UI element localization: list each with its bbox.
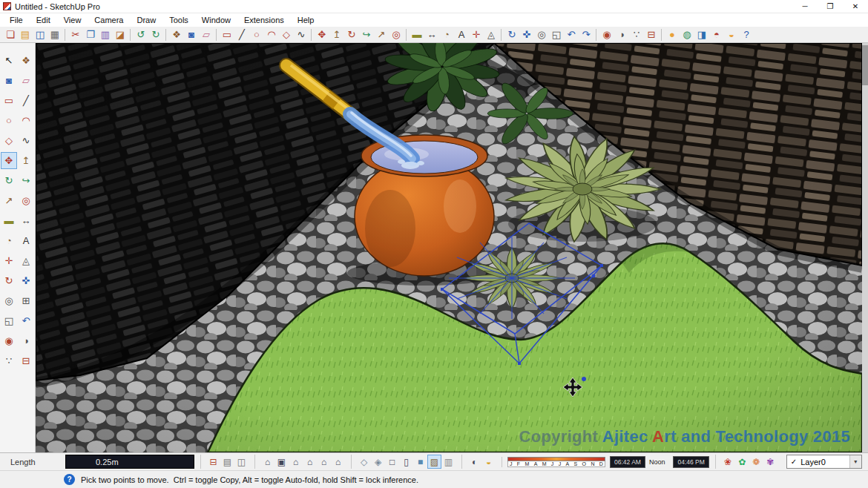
push-pull-icon[interactable]: ↥ [329, 27, 344, 42]
axes-icon[interactable]: ✛ [469, 27, 484, 42]
display-section-cuts-icon[interactable]: ◫ [234, 455, 249, 469]
rotate-icon[interactable]: ↻ [344, 27, 359, 42]
section-plane-icon[interactable]: ⊟ [206, 455, 220, 469]
shaded-with-textures-icon[interactable]: ▨ [427, 455, 441, 469]
chevron-down-icon[interactable]: ▾ [849, 455, 861, 468]
plant-component-orange-icon[interactable]: ❁ [749, 455, 763, 469]
rectangle-icon[interactable]: ▭ [220, 27, 234, 42]
section-plane-icon[interactable]: ⊟ [644, 27, 659, 42]
status-help-icon[interactable]: ? [64, 474, 75, 485]
iso-view-icon[interactable]: ⌂ [260, 455, 274, 469]
maximize-button[interactable]: ❐ [818, 0, 843, 13]
paint-bucket-tool[interactable]: ◙ [1, 72, 17, 89]
polygon-icon[interactable]: ◇ [279, 27, 294, 42]
zoom-extents-icon[interactable]: ◱ [549, 27, 564, 42]
shadow-settings-icon[interactable]: ◐ [467, 455, 481, 469]
offset-icon[interactable]: ◎ [389, 27, 404, 42]
arc-tool[interactable]: ◠ [18, 112, 34, 129]
tools-menu[interactable]: Tools [162, 16, 195, 24]
instructor-icon[interactable]: ? [739, 27, 754, 42]
right-view-icon[interactable]: ⌂ [303, 455, 317, 469]
hidden-line-icon[interactable]: ▯ [399, 455, 413, 469]
edit-menu[interactable]: Edit [30, 16, 57, 24]
freehand-tool[interactable]: ∿ [18, 132, 34, 149]
shaded-icon[interactable]: ■ [413, 455, 427, 469]
help-menu[interactable]: Help [291, 16, 321, 24]
print-icon[interactable]: ▦ [47, 27, 62, 42]
push-pull-tool[interactable]: ↥ [18, 152, 34, 169]
camera-menu[interactable]: Camera [88, 16, 130, 24]
erase-icon[interactable]: ◪ [113, 27, 128, 42]
eraser-tool[interactable]: ▱ [18, 72, 34, 89]
photo-textures-icon[interactable]: ◨ [694, 27, 709, 42]
add-location-icon[interactable]: ● [665, 27, 680, 42]
polygon-tool[interactable]: ◇ [1, 132, 17, 149]
display-section-planes-icon[interactable]: ▤ [220, 455, 234, 469]
line-tool[interactable]: ╱ [18, 92, 34, 109]
section-plane-tool[interactable]: ⊟ [18, 352, 34, 369]
draw-menu[interactable]: Draw [130, 16, 162, 24]
dimension-icon[interactable]: ↔ [424, 27, 439, 42]
circle-tool[interactable]: ○ [1, 112, 17, 129]
walk-tool[interactable]: ∵ [1, 352, 17, 369]
look-around-tool[interactable]: ◑ [18, 332, 34, 349]
file-menu[interactable]: File [3, 16, 30, 24]
freehand-icon[interactable]: ∿ [294, 27, 309, 42]
paint-bucket-icon[interactable]: ◙ [184, 27, 199, 42]
drawing-viewport[interactable]: Copyright Ajitec Art and Technology 2015 [36, 43, 862, 452]
plant-component-purple-icon[interactable]: ✾ [763, 455, 777, 469]
extension-warehouse-icon[interactable]: ◓ [709, 27, 724, 42]
select-tool[interactable]: ↖ [1, 52, 17, 69]
undo-icon[interactable]: ↺ [134, 27, 148, 42]
toggle-terrain-icon[interactable]: ◍ [680, 27, 694, 42]
shadow-date-slider[interactable]: JFMAMJJASOND [502, 457, 605, 467]
new-icon[interactable]: ❏ [3, 27, 18, 42]
pan-tool[interactable]: ✜ [18, 272, 34, 289]
pan-icon[interactable]: ✜ [519, 27, 534, 42]
minimize-button[interactable]: ─ [792, 0, 818, 13]
close-button[interactable]: ✕ [843, 0, 868, 13]
zoom-icon[interactable]: ◎ [534, 27, 549, 42]
position-camera-tool[interactable]: ◉ [1, 332, 17, 349]
extensions-menu[interactable]: Extensions [237, 16, 291, 24]
paste-icon[interactable]: ▥ [98, 27, 113, 42]
line-icon[interactable]: ╱ [234, 27, 249, 42]
arc-icon[interactable]: ◠ [264, 27, 279, 42]
look-around-icon[interactable]: ◑ [614, 27, 629, 42]
measurement-value-box[interactable]: 0.25m [65, 455, 194, 469]
next-view-icon[interactable]: ↷ [579, 27, 594, 42]
previous-tool[interactable]: ↶ [18, 312, 34, 329]
orbit-tool[interactable]: ↻ [1, 272, 17, 289]
layer-dropdown[interactable]: ✓ Layer0 ▾ [786, 455, 862, 469]
back-view-icon[interactable]: ⌂ [317, 455, 331, 469]
protractor-tool[interactable]: ◔ [1, 232, 17, 249]
text-tool[interactable]: A [18, 232, 34, 249]
zoom-window-tool[interactable]: ⊞ [18, 292, 34, 309]
tape-measure-icon[interactable]: ▬ [410, 27, 424, 42]
redo-icon[interactable]: ↻ [148, 27, 163, 42]
top-view-icon[interactable]: ▣ [274, 455, 289, 469]
wireframe-icon[interactable]: □ [385, 455, 399, 469]
circle-icon[interactable]: ○ [249, 27, 264, 42]
orbit-icon[interactable]: ↻ [504, 27, 519, 42]
monochrome-icon[interactable]: ▥ [441, 455, 456, 469]
cut-icon[interactable]: ✂ [68, 27, 83, 42]
left-view-icon[interactable]: ⌂ [331, 455, 345, 469]
walk-icon[interactable]: ∵ [629, 27, 644, 42]
front-view-icon[interactable]: ⌂ [289, 455, 303, 469]
window-menu[interactable]: Window [195, 16, 237, 24]
3d-text-icon[interactable]: ◬ [484, 27, 499, 42]
zoom-tool[interactable]: ◎ [1, 292, 17, 309]
x-ray-icon[interactable]: ◇ [357, 455, 371, 469]
scrollbar-thumb[interactable] [862, 45, 868, 85]
eraser-icon[interactable]: ▱ [199, 27, 214, 42]
scale-icon[interactable]: ↗ [374, 27, 389, 42]
dimension-tool[interactable]: ↔ [18, 212, 34, 229]
protractor-icon[interactable]: ◔ [439, 27, 454, 42]
3d-text-tool[interactable]: ◬ [18, 252, 34, 269]
shadow-time-start[interactable]: 06:42 AM [610, 456, 645, 468]
back-edges-icon[interactable]: ◈ [371, 455, 385, 469]
offset-tool[interactable]: ◎ [18, 192, 34, 209]
move-tool[interactable]: ✥ [1, 152, 17, 169]
vertical-scrollbar[interactable] [862, 43, 868, 452]
